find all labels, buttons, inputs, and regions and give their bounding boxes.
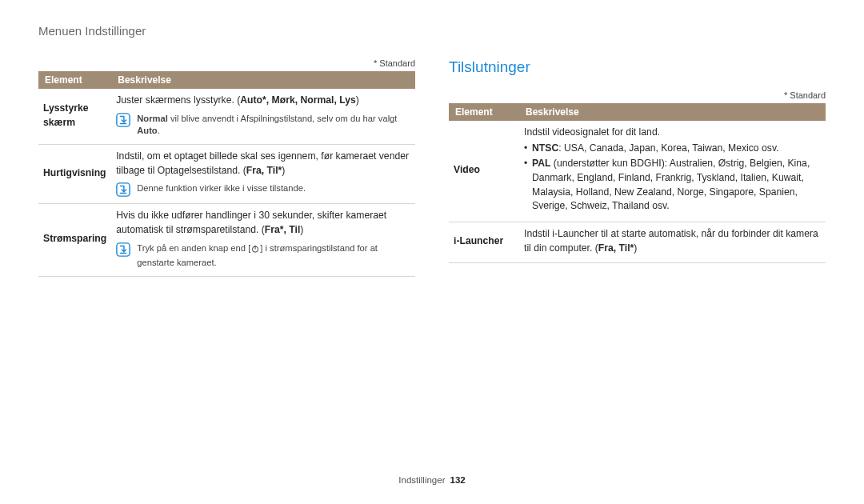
th-element: Element — [449, 103, 519, 121]
th-element: Element — [38, 71, 111, 89]
row-element: i-Launcher — [449, 222, 519, 262]
note-text: Normal vil blive anvendt i Afspilningsti… — [137, 113, 410, 138]
list-item: PAL (understøtter kun BDGHI): Australien… — [524, 157, 821, 214]
row-desc: Juster skærmens lysstyrke. (Auto*, Mørk,… — [111, 89, 415, 145]
svg-rect-1 — [117, 183, 130, 196]
page-footer: Indstillinger132 — [0, 475, 864, 485]
row-element: Hurtigvisning — [38, 145, 111, 204]
info-icon — [116, 113, 130, 127]
svg-rect-0 — [117, 114, 130, 126]
info-icon — [116, 242, 130, 257]
table-row: i-Launcher Indstil i-Launcher til at sta… — [449, 222, 826, 262]
power-icon — [250, 244, 260, 258]
page-title: Menuen Indstillinger — [38, 24, 826, 38]
svg-rect-2 — [117, 243, 130, 256]
row-desc: Indstil, om et optaget billede skal ses … — [111, 145, 415, 204]
left-column: * Standard Element Beskrivelse Lysstyrke… — [38, 58, 415, 277]
table-row: Hurtigvisning Indstil, om et optaget bil… — [38, 145, 415, 204]
list-item: NTSC: USA, Canada, Japan, Korea, Taiwan,… — [524, 142, 821, 156]
standard-note-left: * Standard — [38, 58, 415, 68]
note-text: Tryk på en anden knap end [] i strømspar… — [137, 242, 410, 270]
section-heading: Tilslutninger — [449, 58, 826, 76]
right-column: Tilslutninger * Standard Element Beskriv… — [449, 58, 826, 277]
row-desc: Indstil i-Launcher til at starte automat… — [519, 222, 826, 262]
row-element: Strømsparing — [38, 204, 111, 277]
th-desc: Beskrivelse — [111, 71, 415, 89]
info-icon — [116, 182, 130, 197]
right-table: Element Beskrivelse Video Indstil videos… — [449, 103, 826, 263]
row-element: Video — [449, 121, 519, 222]
row-element: Lysstyrke skærm — [38, 89, 111, 145]
table-row: Video Indstil videosignalet for dit land… — [449, 121, 826, 222]
standard-note-right: * Standard — [449, 90, 826, 100]
th-desc: Beskrivelse — [519, 103, 826, 121]
table-row: Strømsparing Hvis du ikke udfører handli… — [38, 204, 415, 277]
row-desc: Hvis du ikke udfører handlinger i 30 sek… — [111, 204, 415, 277]
left-table: Element Beskrivelse Lysstyrke skærm Just… — [38, 71, 415, 277]
table-row: Lysstyrke skærm Juster skærmens lysstyrk… — [38, 89, 415, 145]
note-text: Denne funktion virker ikke i visse tilst… — [137, 182, 410, 195]
row-desc: Indstil videosignalet for dit land. NTSC… — [519, 121, 826, 222]
